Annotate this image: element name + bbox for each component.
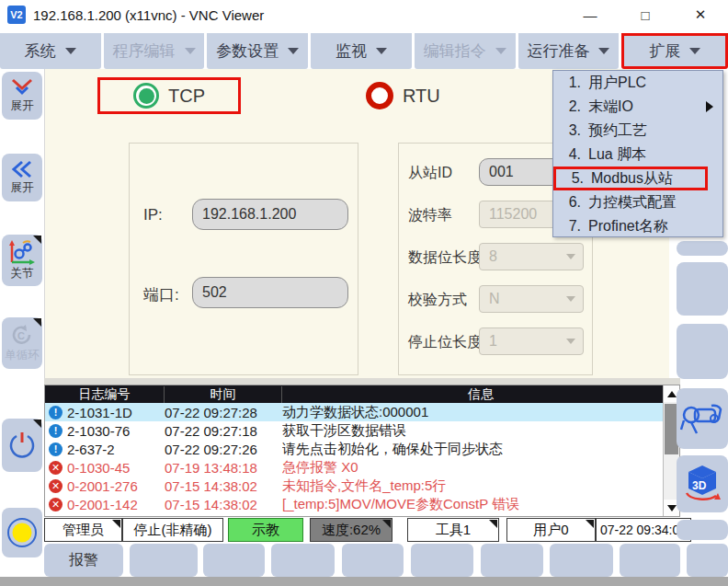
error-icon [49,516,63,518]
svg-text:3D: 3D [692,479,707,492]
chevrons-left-icon [10,159,34,179]
vnc-logo-icon: V2 [7,6,26,24]
tab-blank-2[interactable] [203,544,265,577]
tcp-radio-selected[interactable] [133,83,159,109]
menu-item-force-control[interactable]: 6.力控模式配置 [553,190,722,214]
log-row[interactable]: !2-1031-1D 07-22 09:27:28 动力学数据状态:000001 [45,403,679,421]
tab-blank-6[interactable] [481,544,543,577]
chevrons-down-icon [9,77,35,98]
sidebar-single-cycle-button: C 单循环 [2,317,42,369]
sidebar-joint-label: 关节 [11,266,34,282]
log-col-message: 信息 [282,386,679,403]
databits-label: 数据位长度 [408,248,482,268]
log-message: 未知指令,文件名_temp:5行 [282,477,679,495]
parity-label: 校验方式 [408,291,467,310]
port-label: 端口: [143,284,179,305]
info-icon: ! [49,424,63,438]
log-row[interactable]: ✕0-1030-45 07-19 13:48:18 急停报警 X0 [45,458,679,477]
sidebar-power-button[interactable] [2,419,42,472]
sidebar-expand-left-button[interactable]: 展开 [2,154,42,201]
chevron-down-icon [185,48,196,54]
tab-blank-8[interactable] [620,544,680,577]
tab-blank-4[interactable] [342,544,404,577]
power-icon [7,430,37,461]
single-cycle-icon: C [9,323,35,347]
log-table-header: 日志编号 时间 信息 [45,385,679,403]
status-role[interactable]: 管理员 [44,518,122,542]
error-icon: ✕ [49,498,63,511]
menu-parameter-settings-label: 参数设置 [216,40,279,62]
sidebar-deadman-button[interactable] [2,508,42,557]
right-panel-button-partial[interactable] [677,241,728,256]
log-time: 07-22 09:27:18 [165,423,282,439]
menu-edit-command-label: 编辑指令 [424,40,486,62]
log-row-partial [45,513,679,517]
status-teach-mode[interactable]: 示教 [228,518,303,542]
ip-input[interactable]: 192.168.1.200 [192,199,348,230]
menu-edit-command: 编辑指令 [415,33,516,69]
menu-item-reserved-process[interactable]: 3.预约工艺 [553,119,722,143]
sidebar-expand-down-button[interactable]: 展开 [2,72,42,120]
sidebar-joint-button[interactable]: 关节 [2,235,42,286]
tab-blank-1[interactable] [130,544,198,577]
menu-parameter-settings[interactable]: 参数设置 [207,33,308,69]
tab-blank-3[interactable] [271,544,335,577]
menu-run-prepare-label: 运行准备 [527,40,589,62]
menu-bar: 系统 程序编辑 参数设置 监视 编辑指令 运行准备 扩展 [0,33,728,69]
menu-item-modbus-slave[interactable]: 5.Modbus从站 [553,167,708,190]
status-run-state: 停止(非精确) [122,518,223,542]
close-button[interactable]: ✕ [673,0,728,29]
menu-monitor[interactable]: 监视 [311,33,412,69]
menu-run-prepare[interactable]: 运行准备 [518,33,620,69]
log-time: 07-22 09:27:26 [165,442,282,457]
right-panel-button-partial-2[interactable] [677,520,728,540]
tab-alarm[interactable]: 报警 [44,544,123,577]
port-input[interactable]: 502 [192,277,348,308]
log-message: 动力学数据状态:000001 [282,404,679,421]
teach-pendant-button[interactable] [677,388,728,449]
menu-item-user-plc[interactable]: 1.用户PLC [553,71,722,95]
stopbits-select: 1 [479,327,584,355]
rtu-radio-unselected[interactable] [366,82,393,109]
log-time: 07-22 09:27:28 [165,405,282,420]
log-id: 0-2001-276 [67,478,138,494]
menu-extension[interactable]: 扩展 [621,33,728,69]
menu-item-number: 4. [553,146,588,163]
right-panel-button-1[interactable] [677,262,728,316]
chevron-down-icon [65,48,76,54]
log-row[interactable]: !2-637-2 07-22 09:27:26 请先点击初始化，确保处于同步状态 [45,440,679,458]
right-panel-button-2[interactable] [677,324,728,379]
view-3d-button[interactable]: 3D [677,455,728,512]
menu-item-lua-script[interactable]: 4.Lua 脚本 [553,143,722,167]
slave-id-label: 从站ID [408,164,452,183]
status-tool[interactable]: 工具1 [407,518,499,542]
log-row[interactable]: !2-1030-76 07-22 09:27:18 获取干涉区数据错误 [45,421,679,440]
window-bottom-strip [0,577,728,586]
svg-text:C: C [17,330,25,341]
status-user-frame[interactable]: 用户0 [506,518,596,542]
status-speed[interactable]: 速度:62% [310,518,392,542]
maximize-button[interactable]: □ [618,0,673,29]
stopbits-value: 1 [489,333,497,350]
chevron-right-icon [706,101,713,112]
tcp-settings-group: IP: 192.168.1.200 端口: 502 [129,143,358,375]
menu-item-number: 6. [553,194,588,211]
minimize-button[interactable]: — [563,0,618,29]
menu-item-number: 3. [553,122,588,139]
triangle-up-icon [667,391,677,397]
stopbits-label: 停止位长度 [408,333,482,352]
log-row[interactable]: ✕0-2001-276 07-15 14:38:02 未知指令,文件名_temp… [45,477,679,495]
log-row[interactable]: ✕0-2001-142 07-15 14:38:02 [_temp:5]MOV/… [45,495,679,513]
menu-item-profinet-name[interactable]: 7.Profinet名称 [553,214,722,238]
extension-dropdown-menu: 1.用户PLC 2.末端IO 3.预约工艺 4.Lua 脚本 5.Modbus从… [552,70,723,237]
tab-blank-9[interactable] [687,544,728,577]
tab-blank-5[interactable] [411,544,473,577]
robot-joint-icon [8,239,36,265]
menu-item-label: Lua 脚本 [588,145,646,165]
info-icon: ! [49,442,63,456]
menu-item-end-io[interactable]: 2.末端IO [553,95,722,119]
menu-system[interactable]: 系统 [0,33,101,69]
tcp-radio-annotation-box: TCP [97,77,241,114]
chevron-down-icon [566,339,575,344]
tab-blank-7[interactable] [550,544,613,577]
